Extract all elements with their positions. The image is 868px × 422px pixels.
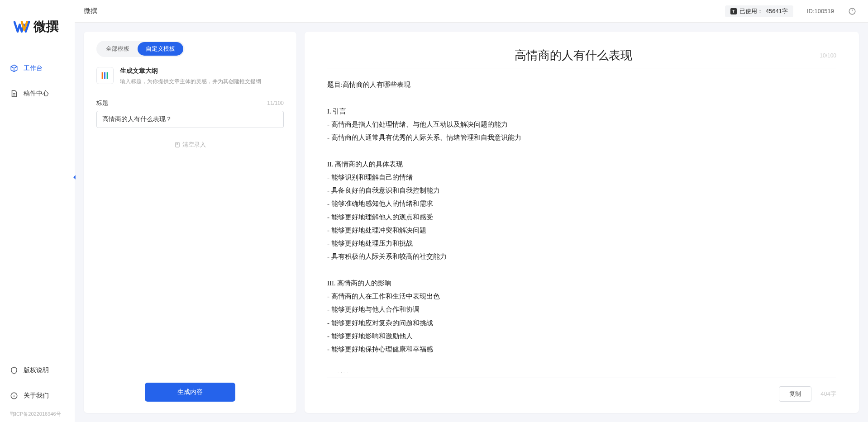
template-title: 生成文章大纲: [120, 67, 284, 75]
topbar: 微撰 T 已使用：45641字 ID:100519: [75, 0, 868, 23]
output-panel: 高情商的人有什么表现 10/100 题目:高情商的人有哪些表现 I. 引言 - …: [305, 32, 859, 413]
output-word-count: 404字: [820, 390, 836, 398]
text-count-icon: T: [730, 8, 737, 14]
sidebar-collapse-toggle[interactable]: [70, 172, 79, 183]
input-panel: 全部模板 自定义模板 生成文章大纲 输入标题，为你提供文章主体的灵感，并为其创建…: [84, 32, 296, 413]
field-label-title: 标题: [96, 99, 108, 107]
logo-text: 微撰: [33, 18, 59, 35]
info-icon: [10, 392, 18, 400]
document-icon: [10, 90, 18, 98]
title-input[interactable]: [96, 111, 284, 128]
generate-button[interactable]: 生成内容: [145, 383, 235, 402]
power-icon: [848, 7, 856, 15]
clear-input-label: 清空录入: [182, 141, 206, 149]
page-title: 微撰: [84, 7, 97, 15]
clear-icon: [174, 142, 181, 148]
app-logo[interactable]: 微撰: [0, 18, 75, 35]
sidebar-item-label: 稿件中心: [24, 90, 49, 98]
output-title[interactable]: 高情商的人有什么表现: [327, 47, 820, 63]
tab-custom-template[interactable]: 自定义模板: [138, 42, 183, 56]
sidebar-item-about[interactable]: 关于我们: [10, 390, 65, 402]
logo-icon: [14, 19, 30, 35]
copy-button[interactable]: 复制: [779, 386, 811, 402]
sidebar: 微撰 工作台 稿件中心 版权说明 关于我们: [0, 0, 75, 422]
sidebar-item-label: 版权说明: [24, 366, 49, 375]
usage-value: 45641字: [766, 7, 788, 15]
cube-icon: [10, 64, 18, 72]
user-id: ID:100519: [807, 8, 834, 14]
output-body[interactable]: 题目:高情商的人有哪些表现 I. 引言 - 高情商是指人们处理情绪、与他人互动以…: [327, 78, 836, 373]
template-tabs: 全部模板 自定义模板: [96, 41, 185, 57]
power-button[interactable]: [848, 7, 857, 16]
chevron-left-icon: [72, 174, 78, 180]
sidebar-item-label: 工作台: [24, 64, 43, 72]
template-thumb-icon: [96, 67, 114, 84]
template-desc: 输入标题，为你提供文章主体的灵感，并为其创建推文提纲: [120, 78, 284, 85]
sidebar-item-workspace[interactable]: 工作台: [10, 62, 65, 74]
content-row: 全部模板 自定义模板 生成文章大纲 输入标题，为你提供文章主体的灵感，并为其创建…: [75, 23, 868, 422]
main-area: 微撰 T 已使用：45641字 ID:100519 全部模板 自定义模板: [75, 0, 868, 422]
icp-note: 鄂ICP备2022016946号: [0, 406, 75, 417]
clear-input-button[interactable]: 清空录入: [96, 141, 284, 149]
output-title-counter: 10/100: [820, 52, 836, 59]
sidebar-item-drafts[interactable]: 稿件中心: [10, 88, 65, 100]
tab-all-templates[interactable]: 全部模板: [98, 42, 138, 56]
shield-icon: [10, 366, 18, 375]
field-counter: 11/100: [267, 100, 284, 106]
sidebar-item-label: 关于我们: [24, 392, 49, 400]
usage-badge: T 已使用：45641字: [725, 5, 793, 17]
usage-prefix: 已使用：: [739, 7, 763, 15]
template-card[interactable]: 生成文章大纲 输入标题，为你提供文章主体的灵感，并为其创建推文提纲: [96, 67, 284, 85]
sidebar-item-copyright[interactable]: 版权说明: [10, 365, 65, 376]
